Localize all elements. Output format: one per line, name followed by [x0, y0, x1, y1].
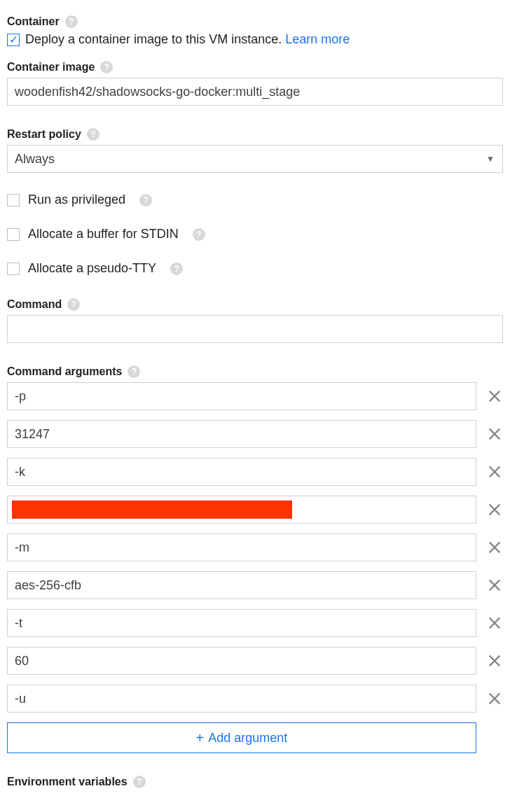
- argument-row: [7, 571, 503, 599]
- argument-input[interactable]: [7, 458, 476, 486]
- command-input[interactable]: [7, 315, 503, 343]
- help-icon[interactable]: ?: [133, 776, 146, 788]
- argument-row: [7, 496, 503, 524]
- help-icon[interactable]: ?: [193, 228, 205, 241]
- remove-argument-icon[interactable]: [486, 539, 503, 556]
- argument-row: [7, 647, 503, 675]
- argument-row: [7, 458, 503, 486]
- help-icon[interactable]: ?: [127, 365, 140, 378]
- remove-argument-icon[interactable]: [486, 463, 503, 480]
- deploy-text: Deploy a container image to this VM inst…: [25, 32, 350, 47]
- remove-argument-icon[interactable]: [486, 388, 503, 405]
- help-icon[interactable]: ?: [87, 128, 99, 141]
- help-icon[interactable]: ?: [100, 61, 113, 74]
- argument-row: [7, 609, 503, 637]
- argument-row: [7, 420, 503, 448]
- add-argument-button[interactable]: + Add argument: [7, 722, 476, 753]
- remove-argument-icon[interactable]: [486, 426, 503, 442]
- argument-input-redacted[interactable]: [7, 496, 476, 524]
- redaction-bar: [12, 500, 292, 519]
- argument-input[interactable]: [7, 533, 476, 561]
- help-icon[interactable]: ?: [170, 262, 183, 275]
- help-icon[interactable]: ?: [67, 298, 80, 311]
- remove-argument-icon[interactable]: [486, 577, 503, 594]
- remove-argument-icon[interactable]: [486, 615, 503, 631]
- restart-policy-label: Restart policy ?: [7, 128, 503, 141]
- argument-row: [7, 533, 503, 561]
- deploy-row: ✓ Deploy a container image to this VM in…: [7, 32, 503, 47]
- command-arguments-label: Command arguments ?: [7, 365, 503, 378]
- container-image-label: Container image ?: [7, 61, 503, 74]
- argument-input[interactable]: [7, 571, 476, 599]
- tty-checkbox[interactable]: [7, 262, 20, 275]
- check-icon: ✓: [9, 34, 18, 46]
- arguments-list: [7, 382, 503, 713]
- argument-input[interactable]: [7, 382, 476, 410]
- remove-argument-icon[interactable]: [486, 652, 503, 669]
- help-icon[interactable]: ?: [65, 15, 78, 28]
- plus-icon: +: [196, 731, 205, 745]
- argument-input[interactable]: [7, 647, 476, 675]
- argument-input[interactable]: [7, 685, 476, 713]
- argument-row: [7, 685, 503, 713]
- deploy-checkbox[interactable]: ✓: [7, 34, 20, 46]
- container-image-input[interactable]: [7, 78, 503, 106]
- command-label: Command ?: [7, 298, 503, 311]
- restart-policy-select-wrap: ▼: [7, 145, 503, 173]
- argument-row: [7, 382, 503, 410]
- remove-argument-icon[interactable]: [486, 501, 503, 518]
- argument-input[interactable]: [7, 420, 476, 448]
- stdin-checkbox[interactable]: [7, 228, 20, 241]
- privileged-option[interactable]: Run as privileged ?: [7, 192, 503, 207]
- tty-option[interactable]: Allocate a pseudo-TTY ?: [7, 261, 503, 276]
- container-label-text: Container: [7, 15, 60, 28]
- restart-policy-select[interactable]: [7, 145, 503, 173]
- env-vars-label: Environment variables ?: [7, 776, 503, 788]
- remove-argument-icon[interactable]: [486, 690, 503, 707]
- argument-input[interactable]: [7, 609, 476, 637]
- learn-more-link[interactable]: Learn more: [285, 32, 350, 46]
- privileged-checkbox[interactable]: [7, 194, 20, 206]
- help-icon[interactable]: ?: [139, 194, 152, 206]
- stdin-option[interactable]: Allocate a buffer for STDIN ?: [7, 227, 503, 241]
- container-label: Container ?: [7, 15, 503, 28]
